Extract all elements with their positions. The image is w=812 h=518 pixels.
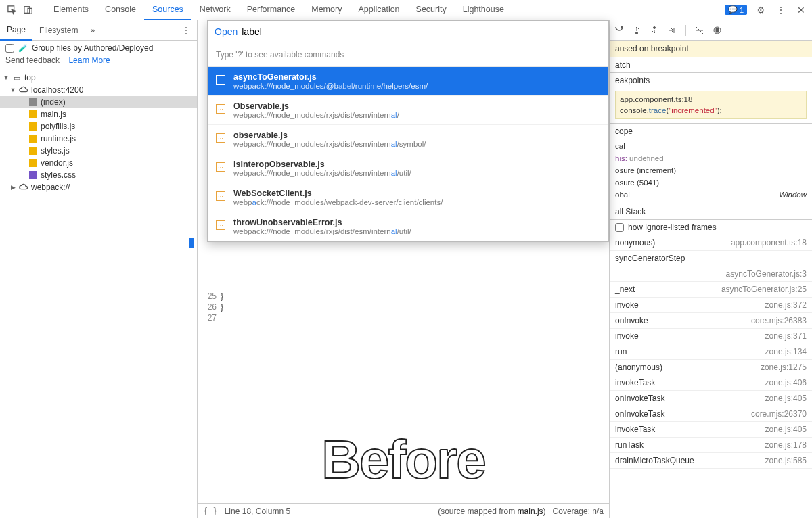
filesystem-tab[interactable]: Filesystem xyxy=(32,21,85,40)
popup-hint: Type '?' to see available commands xyxy=(208,43,608,67)
issues-badge[interactable]: 💬 1 xyxy=(725,5,747,15)
execution-line-marker xyxy=(189,238,194,248)
send-feedback-link[interactable]: Send feedback xyxy=(5,55,60,65)
separator xyxy=(41,5,41,16)
callstack-frame[interactable]: onInvokecore.mjs:26383 xyxy=(610,313,812,329)
group-files-label: Group files by Authored/Deployed xyxy=(32,43,153,53)
more-tabs[interactable]: » xyxy=(85,21,100,40)
source-map-info: (source mapped from main.js) xyxy=(438,507,545,516)
settings-icon[interactable]: ⚙ xyxy=(754,5,767,16)
callstack-frame[interactable]: syncGeneratorStep xyxy=(610,251,812,266)
tree-file[interactable]: (index) xyxy=(0,96,197,108)
pretty-print-icon[interactable]: { } xyxy=(203,507,218,516)
svg-rect-1 xyxy=(24,6,30,13)
cursor-position: Line 18, Column 5 xyxy=(225,507,290,516)
paused-banner: aused on breakpoint xyxy=(610,41,812,57)
tab-network[interactable]: Network xyxy=(191,0,239,20)
learn-more-link[interactable]: Learn More xyxy=(68,55,110,65)
beaker-icon: 🧪 xyxy=(18,44,28,53)
callstack-frame[interactable]: asyncToGenerator.js:3 xyxy=(610,266,812,282)
svg-rect-7 xyxy=(718,28,719,32)
tab-performance[interactable]: Performance xyxy=(239,0,304,20)
svg-point-3 xyxy=(636,32,638,34)
tab-sources[interactable]: Sources xyxy=(144,0,191,20)
open-file-result[interactable]: ⋯throwUnobservableError.jswebpack:///nod… xyxy=(208,212,608,241)
tree-top[interactable]: ▼▭top xyxy=(0,72,197,84)
pause-exceptions-icon[interactable] xyxy=(712,25,723,36)
file-tree: ▼▭top ▼localhost:4200 (index)main.jspoly… xyxy=(0,69,197,518)
callstack-frame[interactable]: runTaskzone.js:178 xyxy=(610,438,812,453)
group-files-checkbox[interactable] xyxy=(5,44,14,53)
open-file-result[interactable]: ⋯WebSocketClient.jswebpack:///node_modul… xyxy=(208,183,608,212)
callstack-frame[interactable]: runzone.js:134 xyxy=(610,344,812,360)
step-out-icon[interactable] xyxy=(667,25,677,36)
callstack-frame[interactable]: invokezone.js:372 xyxy=(610,298,812,313)
tree-host[interactable]: ▼localhost:4200 xyxy=(0,84,197,96)
tab-security[interactable]: Security xyxy=(408,0,455,20)
callstack-frame[interactable]: nonymous)app.component.ts:18 xyxy=(610,235,812,251)
tab-elements[interactable]: Elements xyxy=(45,0,97,20)
device-toggle-icon[interactable] xyxy=(23,5,34,16)
callstack-frame[interactable]: invokeTaskzone.js:406 xyxy=(610,375,812,391)
tree-webpack[interactable]: ▶webpack:// xyxy=(0,181,197,193)
status-bar: { } Line 18, Column 5 (source mapped fro… xyxy=(198,503,609,518)
resume-icon[interactable] xyxy=(614,25,625,36)
open-file-input[interactable] xyxy=(242,26,602,37)
callstack-frame[interactable]: drainMicroTaskQueuezone.js:585 xyxy=(610,453,812,469)
navigator-menu[interactable]: ⋮ xyxy=(175,26,197,35)
tree-file[interactable]: styles.css xyxy=(0,169,197,181)
tab-application[interactable]: Application xyxy=(350,0,407,20)
scope-section[interactable]: cope xyxy=(610,124,812,139)
breakpoint-entry[interactable]: app.component.ts:18 console.trace("incre… xyxy=(615,91,807,119)
deactivate-breakpoints-icon[interactable] xyxy=(694,25,705,36)
navigator-panel: Page Filesystem » ⋮ 🧪 Group files by Aut… xyxy=(0,20,198,518)
breakpoints-section[interactable]: eakpoints xyxy=(610,73,812,88)
tree-file[interactable]: polyfills.js xyxy=(0,120,197,133)
open-file-result[interactable]: ⋯isInteropObservable.jswebpack:///node_m… xyxy=(208,154,608,183)
watch-section[interactable]: atch xyxy=(610,57,812,72)
more-icon[interactable]: ⋮ xyxy=(774,5,788,16)
page-tab[interactable]: Page xyxy=(0,20,32,41)
coverage-info: Coverage: n/a xyxy=(553,507,604,516)
tree-file[interactable]: runtime.js xyxy=(0,133,197,145)
step-into-icon[interactable] xyxy=(649,25,660,36)
tree-file[interactable]: vendor.js xyxy=(0,157,197,169)
svg-rect-6 xyxy=(716,28,717,32)
open-command-label: Open xyxy=(215,26,238,37)
open-file-popup: Open Type '?' to see available commands … xyxy=(207,20,609,242)
tab-console[interactable]: Console xyxy=(97,0,144,20)
tree-file[interactable]: styles.js xyxy=(0,145,197,157)
svg-point-4 xyxy=(654,26,656,28)
open-file-result[interactable]: ⋯observable.jswebpack:///node_modules/rx… xyxy=(208,125,608,154)
callstack-frame[interactable]: onInvokeTaskcore.mjs:26370 xyxy=(610,406,812,422)
open-file-result[interactable]: ⋯asyncToGenerator.jswebpack:///node_modu… xyxy=(208,67,608,96)
callstack-frame[interactable]: invokeTaskzone.js:405 xyxy=(610,422,812,438)
callstack-frame[interactable]: (anonymous)zone.js:1275 xyxy=(610,360,812,375)
tab-lighthouse[interactable]: Lighthouse xyxy=(455,0,512,20)
show-ignored-label: how ignore-listed frames xyxy=(628,222,717,232)
tab-memory[interactable]: Memory xyxy=(303,0,350,20)
callstack-section[interactable]: all Stack xyxy=(610,204,812,219)
close-icon[interactable]: ✕ xyxy=(794,5,808,16)
callstack-frame[interactable]: onInvokeTaskzone.js:405 xyxy=(610,391,812,406)
devtools-main-tabs: ElementsConsoleSourcesNetworkPerformance… xyxy=(0,0,812,20)
step-over-icon[interactable] xyxy=(631,25,642,36)
callstack-frame[interactable]: invokezone.js:371 xyxy=(610,329,812,344)
open-file-result[interactable]: ⋯Observable.jswebpack:///node_modules/rx… xyxy=(208,96,608,125)
inspect-icon[interactable] xyxy=(7,5,18,16)
tree-file[interactable]: main.js xyxy=(0,108,197,120)
callstack-frame[interactable]: _nextasyncToGenerator.js:25 xyxy=(610,282,812,298)
show-ignored-checkbox[interactable] xyxy=(615,223,624,232)
debugger-panel: aused on breakpoint atch eakpoints app.c… xyxy=(609,20,812,518)
